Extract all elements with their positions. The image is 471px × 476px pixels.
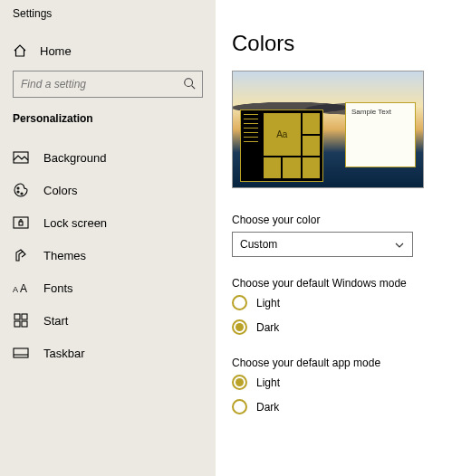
colors-icon xyxy=(13,183,29,197)
svg-rect-10 xyxy=(22,314,27,319)
svg-rect-11 xyxy=(14,321,20,327)
taskbar-icon xyxy=(13,346,29,360)
svg-point-4 xyxy=(21,193,23,195)
search-icon xyxy=(183,77,196,90)
nav-list: Background Colors Lock screen Themes AA … xyxy=(0,136,216,369)
app-mode-label: Choose your default app mode xyxy=(232,357,453,369)
nav-item-start[interactable]: Start xyxy=(0,304,216,337)
radio-label: Light xyxy=(256,376,280,389)
preview-window: Sample Text xyxy=(345,102,416,167)
preview-tile-text: Aa xyxy=(264,113,301,156)
nav-label: Background xyxy=(43,151,106,165)
nav-label: Lock screen xyxy=(43,216,107,230)
nav-item-taskbar[interactable]: Taskbar xyxy=(0,337,216,369)
windows-mode-light[interactable]: Light xyxy=(232,295,453,310)
page-title: Colors xyxy=(232,31,453,56)
svg-rect-5 xyxy=(14,217,28,228)
preview-start-menu: Aa xyxy=(240,109,323,182)
svg-rect-12 xyxy=(22,321,27,327)
svg-rect-6 xyxy=(19,222,23,225)
nav-item-background[interactable]: Background xyxy=(0,141,216,174)
choose-color-label: Choose your color xyxy=(232,214,453,226)
search-input[interactable] xyxy=(13,71,203,98)
nav-item-colors[interactable]: Colors xyxy=(0,174,216,206)
nav-item-lock-screen[interactable]: Lock screen xyxy=(0,206,216,239)
svg-text:A: A xyxy=(20,282,27,294)
radio-label: Dark xyxy=(256,321,279,334)
section-label: Personalization xyxy=(0,112,216,136)
svg-rect-13 xyxy=(14,348,28,357)
nav-item-fonts[interactable]: AA Fonts xyxy=(0,271,216,304)
radio-label: Dark xyxy=(256,401,279,414)
nav-label: Taskbar xyxy=(43,347,85,360)
svg-point-0 xyxy=(185,79,193,87)
app-title: Settings xyxy=(0,7,216,36)
svg-text:A: A xyxy=(13,285,18,294)
nav-label: Colors xyxy=(43,184,78,197)
start-icon xyxy=(13,313,29,328)
preview-window-title: Sample Text xyxy=(346,103,415,120)
svg-rect-9 xyxy=(14,314,20,319)
chevron-down-icon xyxy=(394,240,405,251)
radio-icon xyxy=(232,375,247,390)
fonts-icon: AA xyxy=(13,281,29,295)
svg-point-2 xyxy=(17,187,19,189)
sidebar: Settings Home Personalization Background xyxy=(0,0,216,476)
svg-point-3 xyxy=(17,191,19,193)
nav-label: Fonts xyxy=(43,281,73,295)
color-preview: Aa Sample Text xyxy=(232,71,424,188)
radio-icon xyxy=(232,295,247,310)
app-mode-light[interactable]: Light xyxy=(232,375,453,390)
nav-label: Start xyxy=(43,314,68,328)
windows-mode-label: Choose your default Windows mode xyxy=(232,277,453,290)
home-button[interactable]: Home xyxy=(0,36,216,71)
background-icon xyxy=(13,150,29,165)
app-mode-dark[interactable]: Dark xyxy=(232,399,453,414)
search-input-container xyxy=(13,71,203,98)
themes-icon xyxy=(13,248,29,262)
home-label: Home xyxy=(40,44,72,58)
radio-icon xyxy=(232,319,247,335)
radio-label: Light xyxy=(256,297,280,309)
windows-mode-dark[interactable]: Dark xyxy=(232,319,453,335)
color-mode-value: Custom xyxy=(240,238,277,251)
radio-icon xyxy=(232,399,247,414)
main-content: Colors Aa Sample Text Choose your color … xyxy=(216,0,471,476)
home-icon xyxy=(13,43,27,58)
nav-item-themes[interactable]: Themes xyxy=(0,239,216,271)
color-mode-select[interactable]: Custom xyxy=(232,232,413,257)
lock-screen-icon xyxy=(13,215,29,230)
nav-label: Themes xyxy=(43,249,86,262)
